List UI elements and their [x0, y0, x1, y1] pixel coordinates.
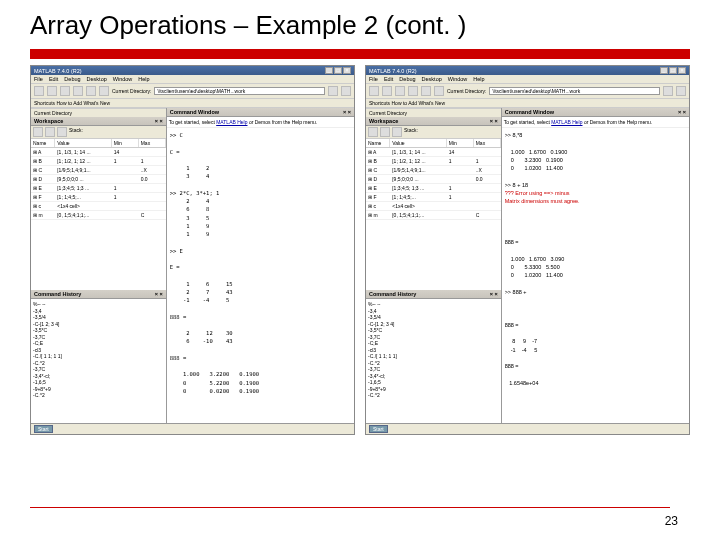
ws-col-name[interactable]: Name	[366, 139, 390, 147]
cmdhist-title: Command History	[34, 291, 81, 297]
ws-var-row[interactable]: ⊞ D[9;5;0;0;0 ...0.0	[366, 175, 501, 184]
ws-tool-icon[interactable]	[392, 127, 402, 137]
start-button[interactable]: Start	[369, 425, 388, 433]
ws-var-row[interactable]: ⊞ c<1x4 cell>	[366, 202, 501, 211]
copy-icon[interactable]	[408, 86, 418, 96]
ws-var-row[interactable]: ⊞ B[1; 1/2, 1; 12 ...11	[366, 157, 501, 166]
menu-debug[interactable]: Debug	[399, 76, 415, 82]
panel-close-icon[interactable]: × ×	[490, 118, 498, 124]
workspace-title: Workspace	[34, 118, 63, 124]
ws-col-value[interactable]: Value	[390, 139, 447, 147]
ws-tool-icon[interactable]	[57, 127, 67, 137]
ws-var-row[interactable]: ⊞ A[1, 1/3, 1; 14 ...14	[366, 148, 501, 157]
ws-var-row[interactable]: ⊞ D[9;5;0;0;0 ...0.0	[31, 175, 166, 184]
menu-desktop[interactable]: Desktop	[87, 76, 107, 82]
ws-var-row[interactable]: ⊞ B[1; 1/2, 1; 12 ...11	[31, 157, 166, 166]
ws-tool-icon[interactable]	[33, 127, 43, 137]
red-bar	[30, 49, 690, 59]
minimize-icon[interactable]: _	[325, 67, 333, 74]
go-icon[interactable]	[676, 86, 686, 96]
ws-col-name[interactable]: Name	[31, 139, 55, 147]
cmdwin-title: Command Window	[170, 109, 219, 115]
menu-help[interactable]: Help	[473, 76, 484, 82]
page-number: 23	[665, 514, 678, 528]
ws-var-row[interactable]: ⊞ m[0, 1;5;4;1;1;...C	[366, 211, 501, 220]
ws-var-row[interactable]: ⊞ C[1/9;5;1,4;9;1.....X	[31, 166, 166, 175]
ws-var-row[interactable]: ⊞ F[1; 1;4;5;...1	[366, 193, 501, 202]
ws-col-min[interactable]: Min	[447, 139, 474, 147]
ws-col-value[interactable]: Value	[55, 139, 112, 147]
menu-desktop[interactable]: Desktop	[422, 76, 442, 82]
menu-window[interactable]: Window	[113, 76, 133, 82]
ws-tool-icon[interactable]	[380, 127, 390, 137]
workspace-title: Workspace	[369, 118, 398, 124]
cmdhist-body[interactable]: %-- ---3,4-3,5/4-C-[1 2; 3 4]-3,5*C-3,7C…	[366, 299, 501, 401]
shortcuts-bar[interactable]: Shortcuts How to Add What's New	[31, 99, 354, 108]
ws-var-row[interactable]: ⊞ m[0, 1;5;4;1;1;...C	[31, 211, 166, 220]
cmdhist-body[interactable]: %-- ---3,4-3,5/4-C-[1 2; 3 4]-3,5*C-3,7C…	[31, 299, 166, 401]
panel-close-icon[interactable]: × ×	[155, 118, 163, 124]
menu-edit[interactable]: Edit	[384, 76, 393, 82]
curdir-tab[interactable]: Current Directory	[366, 108, 501, 117]
undo-icon[interactable]	[434, 86, 444, 96]
titlebar: MATLAB 7.4.0 (R2) _ □ ×	[31, 66, 354, 75]
menu-window[interactable]: Window	[448, 76, 468, 82]
paste-icon[interactable]	[421, 86, 431, 96]
help-link[interactable]: MATLAB Help	[551, 119, 582, 125]
paste-icon[interactable]	[86, 86, 96, 96]
ws-var-row[interactable]: ⊞ E[1;3;4;5; 1;3 ...1	[366, 184, 501, 193]
go-icon[interactable]	[341, 86, 351, 96]
start-button[interactable]: Start	[34, 425, 53, 433]
cut-icon[interactable]	[60, 86, 70, 96]
copy-icon[interactable]	[73, 86, 83, 96]
open-icon[interactable]	[382, 86, 392, 96]
menu-debug[interactable]: Debug	[64, 76, 80, 82]
open-icon[interactable]	[47, 86, 57, 96]
new-icon[interactable]	[34, 86, 44, 96]
browse-icon[interactable]	[328, 86, 338, 96]
curdir-input[interactable]: \\tsclient\users\ed\desktop\MATH...work	[489, 87, 660, 95]
menu-file[interactable]: File	[369, 76, 378, 82]
menu-edit[interactable]: Edit	[49, 76, 58, 82]
curdir-label: Current Directory:	[447, 88, 486, 94]
panel-close-icon[interactable]: × ×	[343, 109, 351, 115]
ws-var-row[interactable]: ⊞ c<1x4 cell>	[31, 202, 166, 211]
undo-icon[interactable]	[99, 86, 109, 96]
panel-close-icon[interactable]: × ×	[490, 291, 498, 297]
toolbar: Current Directory: \\tsclient\users\ed\d…	[366, 84, 689, 99]
ws-col-max[interactable]: Max	[474, 139, 501, 147]
panel-close-icon[interactable]: × ×	[155, 291, 163, 297]
ws-var-row[interactable]: ⊞ F[1; 1;4;5;...1	[31, 193, 166, 202]
menu-file[interactable]: File	[34, 76, 43, 82]
panel-close-icon[interactable]: × ×	[678, 109, 686, 115]
curdir-tab[interactable]: Current Directory	[31, 108, 166, 117]
ws-tool-icon[interactable]	[368, 127, 378, 137]
new-icon[interactable]	[369, 86, 379, 96]
menu-help[interactable]: Help	[138, 76, 149, 82]
cut-icon[interactable]	[395, 86, 405, 96]
maximize-icon[interactable]: □	[334, 67, 342, 74]
curdir-input[interactable]: \\tsclient\users\ed\desktop\MATH...work	[154, 87, 325, 95]
red-line	[30, 507, 670, 508]
maximize-icon[interactable]: □	[669, 67, 677, 74]
close-icon[interactable]: ×	[343, 67, 351, 74]
slide-title: Array Operations – Example 2 (cont. )	[30, 10, 690, 41]
ws-col-min[interactable]: Min	[112, 139, 139, 147]
ws-var-row[interactable]: ⊞ A[1, 1/3, 1; 14 ...14	[31, 148, 166, 157]
ws-var-row[interactable]: ⊞ C[1/9;5;1,4;9;1.....X	[366, 166, 501, 175]
minimize-icon[interactable]: _	[660, 67, 668, 74]
browse-icon[interactable]	[663, 86, 673, 96]
menubar: File Edit Debug Desktop Window Help	[366, 75, 689, 84]
stack-label: Stack:	[69, 127, 83, 137]
cmdwin-body[interactable]: >> 8,*8 1.000 1.6700 0.1900 0 3.2300 0.1…	[502, 128, 689, 423]
matlab-window-right: MATLAB 7.4.0 (R2) _ □ × File Edit Debug …	[365, 65, 690, 435]
ws-tool-icon[interactable]	[45, 127, 55, 137]
cmdwin-body[interactable]: >> C C = 1 2 3 4 >> 2*C, 3*+1; 1 2 4 6 8…	[167, 128, 354, 423]
stack-label: Stack:	[404, 127, 418, 137]
ws-col-max[interactable]: Max	[139, 139, 166, 147]
ws-var-row[interactable]: ⊞ E[1;3;4;5; 1;3 ...1	[31, 184, 166, 193]
toolbar: Current Directory: \\tsclient\users\ed\d…	[31, 84, 354, 99]
help-link[interactable]: MATLAB Help	[216, 119, 247, 125]
close-icon[interactable]: ×	[678, 67, 686, 74]
shortcuts-bar[interactable]: Shortcuts How to Add What's New	[366, 99, 689, 108]
